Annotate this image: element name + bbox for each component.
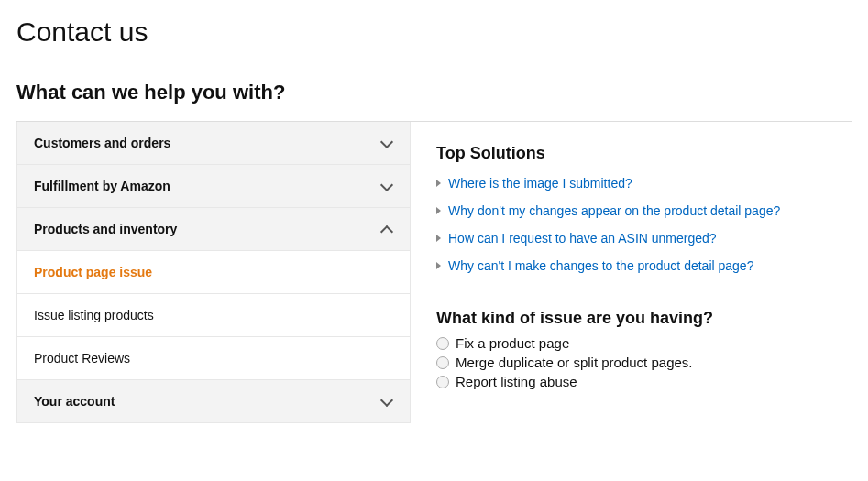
sidebar-sub-issue-listing[interactable]: Issue listing products bbox=[16, 294, 410, 337]
section-divider bbox=[436, 290, 842, 290]
solution-link-text: How can I request to have an ASIN unmerg… bbox=[448, 231, 717, 246]
solution-link[interactable]: How can I request to have an ASIN unmerg… bbox=[436, 231, 842, 246]
main-layout: Customers and orders Fulfillment by Amaz… bbox=[16, 121, 852, 423]
solution-link-text: Where is the image I submitted? bbox=[448, 176, 632, 191]
issue-option-report-abuse[interactable]: Report listing abuse bbox=[436, 374, 842, 389]
sidebar-item-fulfillment[interactable]: Fulfillment by Amazon bbox=[16, 165, 410, 208]
issue-option-label: Merge duplicate or split product pages. bbox=[456, 355, 692, 370]
sidebar-sub-product-page-issue[interactable]: Product page issue bbox=[16, 251, 410, 294]
sidebar-item-customers-orders[interactable]: Customers and orders bbox=[16, 122, 410, 165]
sidebar-item-label: Your account bbox=[34, 394, 115, 409]
sidebar-item-label: Fulfillment by Amazon bbox=[34, 179, 170, 193]
issue-option-merge-split[interactable]: Merge duplicate or split product pages. bbox=[436, 355, 842, 370]
solution-link-text: Why don't my changes appear on the produ… bbox=[448, 203, 780, 218]
sidebar-sub-label: Product page issue bbox=[34, 265, 152, 279]
top-solutions-heading: Top Solutions bbox=[436, 144, 842, 163]
issue-option-fix-page[interactable]: Fix a product page bbox=[436, 335, 842, 351]
sidebar-sub-product-reviews[interactable]: Product Reviews bbox=[16, 337, 410, 380]
sidebar-item-products-inventory[interactable]: Products and inventory bbox=[16, 208, 410, 251]
issue-heading: What kind of issue are you having? bbox=[436, 309, 842, 328]
triangle-right-icon bbox=[436, 235, 441, 242]
page-title: Contact us bbox=[16, 16, 852, 48]
sidebar-item-label: Customers and orders bbox=[34, 136, 170, 150]
sidebar-sub-label: Issue listing products bbox=[34, 308, 154, 322]
chevron-down-icon bbox=[380, 180, 393, 192]
solution-link-text: Why can't I make changes to the product … bbox=[448, 258, 753, 273]
chevron-up-icon bbox=[380, 223, 393, 235]
help-heading: What can we help you with? bbox=[16, 81, 852, 104]
radio-icon bbox=[436, 356, 449, 369]
solution-link[interactable]: Where is the image I submitted? bbox=[436, 176, 842, 191]
category-sidebar: Customers and orders Fulfillment by Amaz… bbox=[16, 122, 411, 423]
radio-icon bbox=[436, 337, 449, 350]
sidebar-sub-label: Product Reviews bbox=[34, 351, 130, 366]
chevron-down-icon bbox=[380, 137, 393, 149]
sidebar-item-label: Products and inventory bbox=[34, 222, 177, 236]
solution-link[interactable]: Why can't I make changes to the product … bbox=[436, 258, 842, 273]
main-panel: Top Solutions Where is the image I submi… bbox=[411, 122, 852, 423]
radio-icon bbox=[436, 376, 449, 388]
issue-option-label: Report listing abuse bbox=[456, 374, 577, 389]
solution-link[interactable]: Why don't my changes appear on the produ… bbox=[436, 203, 842, 218]
triangle-right-icon bbox=[436, 207, 441, 214]
chevron-down-icon bbox=[380, 395, 393, 408]
triangle-right-icon bbox=[436, 262, 441, 269]
triangle-right-icon bbox=[436, 180, 441, 187]
sidebar-item-your-account[interactable]: Your account bbox=[16, 380, 410, 423]
issue-option-label: Fix a product page bbox=[456, 335, 569, 351]
